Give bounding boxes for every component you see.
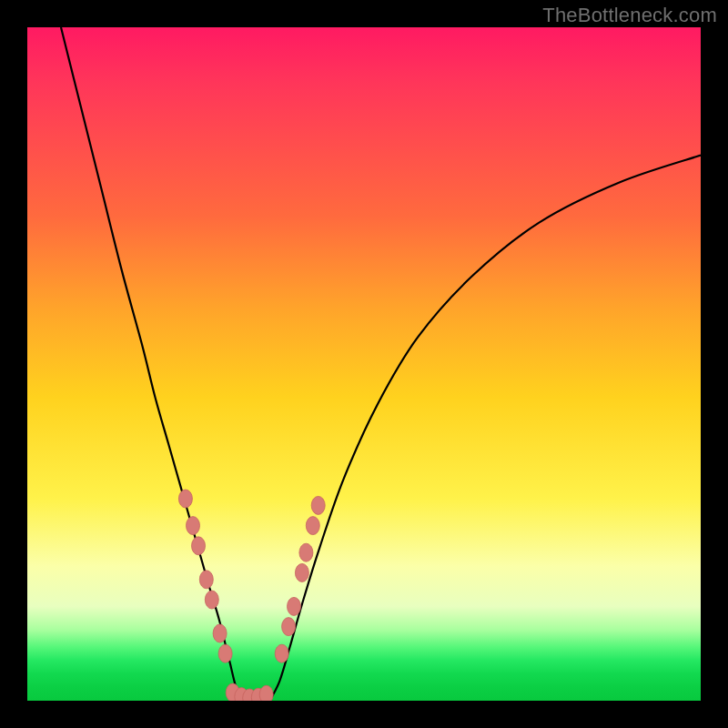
data-marker [192,537,206,555]
data-marker [187,517,200,535]
data-marker [178,490,192,508]
data-marker [259,685,273,701]
data-marker [306,517,319,535]
plot-area [27,27,701,701]
data-marker [213,624,227,642]
data-marker [288,597,301,615]
data-marker [218,644,232,662]
outer-frame: TheBottleneck.com [0,0,728,728]
data-marker [275,644,288,662]
data-marker [282,618,296,636]
curve-right-branch [269,156,701,701]
data-marker [311,496,325,514]
watermark-text: TheBottleneck.com [542,4,717,27]
data-marker [205,591,218,609]
marker-group [178,490,325,701]
data-marker [199,571,213,589]
data-marker [299,543,313,561]
curve-layer [27,27,701,701]
data-marker [295,563,308,581]
